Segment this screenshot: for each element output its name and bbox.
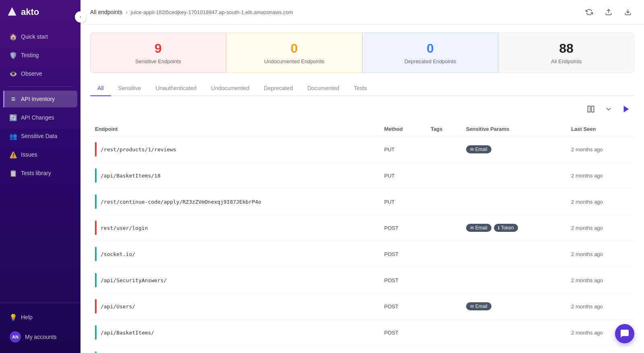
stat-label-deprecated: Deprecated Endpoints (371, 58, 490, 64)
cell-endpoint: /api/Complaints/ (90, 346, 380, 353)
last-seen-value: 2 months ago (571, 251, 603, 257)
method-indicator (95, 351, 97, 353)
method-indicator (95, 168, 97, 183)
cell-method: PUT (380, 163, 426, 189)
cell-method: POST (380, 293, 426, 320)
sidebar-item-api-inventory[interactable]: ≡ API Inventory (3, 91, 77, 107)
sidebar-item-testing[interactable]: 🛡️ Testing (3, 47, 77, 64)
cell-endpoint: /api/BasketItems/ (90, 320, 380, 346)
method-indicator (95, 221, 97, 235)
cell-sensitive-params (461, 346, 566, 353)
table-row[interactable]: /rest/products/1/reviews PUT✉ Email2 mon… (90, 136, 634, 163)
last-seen-value: 2 months ago (571, 225, 603, 231)
collapse-sidebar-button[interactable]: ‹ (75, 11, 86, 23)
cell-tags (426, 293, 461, 320)
table-row[interactable]: /api/BasketItems/18 PUT2 months ago (90, 163, 634, 189)
sidebar-item-api-changes-label: API Changes (21, 114, 54, 121)
cell-endpoint: /api/BasketItems/18 (90, 163, 380, 189)
sensitive-param-badge: ✉ Email (466, 224, 491, 232)
stat-number-undocumented: 0 (235, 41, 354, 56)
table-body: /rest/products/1/reviews PUT✉ Email2 mon… (90, 136, 634, 353)
list-icon: ≡ (10, 95, 17, 103)
cell-endpoint: /api/Users/ (90, 293, 380, 320)
table-row[interactable]: /rest/continue-code/apply/RZ3zZVmOnexqj9… (90, 189, 634, 215)
badge-icon: ✉ (470, 225, 474, 231)
method-value: POST (384, 303, 398, 310)
stat-card-all[interactable]: 88 All Endpoints (498, 33, 634, 73)
col-header-last-seen: Last Seen (566, 122, 634, 136)
table-row[interactable]: /api/Users/ POST✉ Email2 months ago (90, 293, 634, 320)
header-actions (583, 6, 634, 19)
tab-all[interactable]: All (90, 81, 111, 96)
last-seen-value: 2 months ago (571, 330, 603, 336)
sidebar-item-issues[interactable]: ⚠️ Issues (3, 146, 77, 163)
play-icon (622, 105, 631, 114)
people-icon: 👥 (10, 132, 17, 140)
stat-number-all: 88 (507, 41, 626, 56)
cell-tags (426, 267, 461, 293)
cell-sensitive-params (461, 241, 566, 267)
sidebar-item-tests-library[interactable]: 📋 Tests library (3, 165, 77, 182)
last-seen-value: 2 months ago (571, 303, 603, 310)
cell-sensitive-params (461, 320, 566, 346)
upload-button[interactable] (602, 6, 615, 19)
endpoint-path: /api/BasketItems/ (101, 330, 154, 336)
breadcrumb: All endpoints › juice-appli-1fi2t5cedjke… (90, 9, 293, 15)
sidebar-item-my-accounts[interactable]: AN My accounts (3, 326, 77, 347)
columns-button[interactable] (584, 103, 597, 116)
table-row[interactable]: /socket.io/ POST2 months ago (90, 241, 634, 267)
stat-label-sensitive: Sensitive Endpoints (99, 58, 218, 64)
tab-tests[interactable]: Tests (347, 81, 374, 96)
tab-deprecated[interactable]: Deprecated (256, 81, 300, 96)
breadcrumb-parent[interactable]: All endpoints (90, 9, 122, 15)
run-tests-button[interactable] (620, 103, 633, 116)
method-value: PUT (384, 147, 395, 153)
cell-endpoint: /rest/products/1/reviews (90, 136, 380, 163)
upload-icon (605, 8, 612, 16)
tab-documented[interactable]: Documented (300, 81, 347, 96)
cell-last-seen: 2 months ago (566, 346, 634, 353)
filter-button[interactable] (602, 103, 615, 116)
sidebar-item-quick-start[interactable]: 🏠 Quick start (3, 28, 77, 45)
method-value: POST (384, 225, 398, 231)
table-row[interactable]: /api/BasketItems/ POST2 months ago (90, 320, 634, 346)
tab-unauthenticated[interactable]: Unauthenticated (148, 81, 204, 96)
method-value: PUT (384, 173, 395, 179)
cell-last-seen: 2 months ago (566, 215, 634, 241)
home-icon: 🏠 (10, 33, 17, 40)
cell-tags (426, 320, 461, 346)
table-row[interactable]: rest/user/login POST✉ Emailℹ Token2 mont… (90, 215, 634, 241)
sidebar-item-help[interactable]: 💡 Help (3, 309, 77, 326)
table-row[interactable]: /api/Complaints/ POST2 months ago (90, 346, 634, 353)
cell-method: POST (380, 215, 426, 241)
endpoint-path: /api/SecurityAnswers/ (101, 277, 167, 283)
cell-endpoint: rest/user/login (90, 215, 380, 241)
cell-endpoint: /api/SecurityAnswers/ (90, 267, 380, 293)
cell-last-seen: 2 months ago (566, 136, 634, 163)
refresh-icon (586, 8, 593, 16)
sensitive-param-badge: ℹ Token (494, 224, 518, 232)
col-header-method: Method (380, 122, 426, 136)
cell-method: POST (380, 267, 426, 293)
table-row[interactable]: /api/SecurityAnswers/ POST2 months ago (90, 267, 634, 293)
sidebar-item-observe[interactable]: 👁️ Observe (3, 65, 77, 82)
chat-button[interactable] (615, 324, 634, 343)
download-button[interactable] (621, 6, 634, 19)
tab-undocumented[interactable]: Undocumented (204, 81, 256, 96)
sensitive-param-badge: ✉ Email (466, 302, 491, 310)
breadcrumb-separator: › (126, 9, 128, 15)
refresh-button[interactable] (583, 6, 596, 19)
download-icon (624, 8, 632, 16)
main-content: All endpoints › juice-appli-1fi2t5cedjke… (80, 0, 644, 353)
app-logo[interactable]: akto (0, 0, 80, 24)
sidebar-item-tests-library-label: Tests library (21, 170, 51, 176)
stat-card-sensitive[interactable]: 9 Sensitive Endpoints (90, 33, 226, 73)
last-seen-value: 2 months ago (571, 147, 603, 153)
stat-card-undocumented[interactable]: 0 Undocumented Endpoints (226, 33, 362, 73)
sidebar-item-api-changes[interactable]: 🔄 API Changes (3, 109, 77, 126)
tab-sensitive[interactable]: Sensitive (111, 81, 149, 96)
sidebar-item-sensitive-data-label: Sensitive Data (21, 133, 57, 139)
stat-card-deprecated[interactable]: 0 Deprecated Endpoints (362, 33, 498, 73)
svg-marker-0 (8, 7, 17, 16)
sidebar-item-sensitive-data[interactable]: 👥 Sensitive Data (3, 128, 77, 145)
